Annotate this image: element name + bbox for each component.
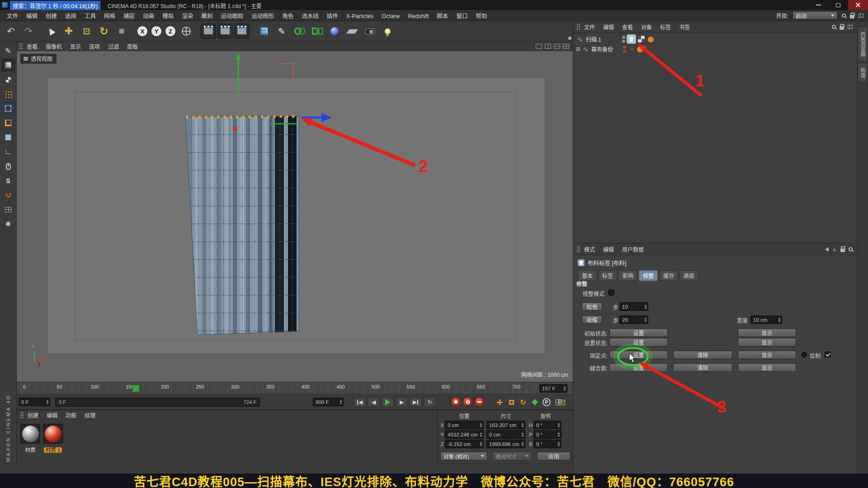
stepper-icon[interactable]: [520, 440, 525, 448]
menu-item[interactable]: 运动跟踪: [217, 13, 247, 19]
lock-y-axis-button[interactable]: Y: [150, 25, 163, 38]
om-menu-item[interactable]: 文件: [580, 24, 599, 31]
texture-mode-button[interactable]: [1, 73, 15, 86]
side-vertical-tab[interactable]: 内容浏览器: [858, 27, 868, 61]
layout-split-h-icon[interactable]: [554, 44, 560, 49]
material-menu-item[interactable]: 纹理: [80, 413, 99, 419]
om-menu-item[interactable]: 查看: [618, 24, 637, 31]
phong-tag[interactable]: [637, 35, 645, 43]
gizmo-z-arrowhead[interactable]: [321, 113, 332, 122]
gizmo-y-arrowhead[interactable]: [236, 53, 241, 60]
paint-radio[interactable]: [802, 352, 807, 357]
close-button[interactable]: [848, 0, 868, 10]
interface-dropdown[interactable]: 启动: [793, 11, 838, 19]
attribute-tab[interactable]: 修整: [639, 270, 658, 281]
rotation-field[interactable]: 0 °: [533, 421, 561, 429]
render-view-button[interactable]: [201, 23, 216, 39]
attribute-tab[interactable]: 影响: [618, 270, 637, 281]
range-end-field[interactable]: 900 F: [313, 398, 344, 406]
om-menu-item[interactable]: 书签: [675, 24, 694, 31]
am-menu-item[interactable]: 用户数据: [618, 247, 648, 253]
next-frame-button[interactable]: ▶: [396, 397, 408, 407]
snap-magnet-button[interactable]: [1, 189, 15, 202]
parent-icon[interactable]: [832, 248, 837, 251]
coordinate-mode-dropdown[interactable]: 对象 (相对): [440, 452, 487, 460]
maximize-button[interactable]: [828, 0, 848, 10]
cloth-tag[interactable]: [627, 35, 635, 43]
prev-frame-button[interactable]: ◀: [368, 397, 380, 407]
am-menu-item[interactable]: 模式: [580, 247, 599, 253]
scale-tool-button[interactable]: [78, 23, 94, 39]
dresser-mode-checkbox[interactable]: [609, 290, 614, 296]
rotation-field[interactable]: 0 °: [533, 440, 561, 448]
material-menu-item[interactable]: 创建: [24, 413, 42, 419]
material-menu-item[interactable]: 功能: [61, 413, 80, 419]
edges-mode-button[interactable]: [1, 117, 15, 129]
render-picture-viewer-button[interactable]: [217, 23, 233, 39]
subdivision-surface-button[interactable]: [291, 23, 307, 39]
menu-item[interactable]: 动画: [139, 13, 158, 19]
material-menu-item[interactable]: 编辑: [42, 413, 61, 419]
record-keyframe-button[interactable]: [451, 397, 461, 407]
keyframe-selection-button[interactable]: [475, 397, 484, 407]
init-set-button[interactable]: 设置: [609, 328, 668, 337]
expand-icon[interactable]: ⊞: [576, 46, 581, 52]
workplane-button[interactable]: [1, 203, 15, 216]
editor-visibility-dot[interactable]: [623, 46, 626, 49]
attribute-tab[interactable]: 缓存: [659, 270, 678, 281]
relax-steps-field[interactable]: 10: [619, 302, 648, 311]
menu-item[interactable]: Octane: [377, 13, 404, 19]
stepper-icon[interactable]: [556, 431, 561, 438]
viewport-menu-item[interactable]: 过滤: [104, 44, 123, 50]
editor-visibility-dot[interactable]: [622, 36, 625, 39]
position-field[interactable]: -0.152 cm: [445, 440, 484, 448]
om-menu-item[interactable]: 编辑: [599, 24, 618, 31]
menu-item[interactable]: 角色: [278, 13, 297, 19]
timeline-ruler[interactable]: 0501001502002503003504004505005506006507…: [17, 382, 573, 394]
menu-item[interactable]: 编辑: [22, 13, 42, 19]
menu-item[interactable]: 捕捉: [119, 13, 139, 19]
relax-button[interactable]: 松弛: [582, 302, 602, 311]
stepper-icon[interactable]: [478, 440, 483, 448]
menu-item[interactable]: 脚本: [433, 13, 452, 19]
fixed-set-button[interactable]: 设置: [609, 351, 668, 359]
seam-set-button[interactable]: 设置: [609, 363, 668, 372]
fixed-show-button[interactable]: 显示: [738, 351, 796, 359]
dress-set-button[interactable]: 设置: [609, 338, 668, 347]
menu-item[interactable]: 帮助: [472, 13, 491, 19]
render-visibility-dot[interactable]: [622, 40, 625, 43]
stepper-icon[interactable]: [478, 431, 483, 438]
menu-item[interactable]: 创建: [42, 13, 61, 19]
disabled-icon[interactable]: ✕: [630, 46, 634, 52]
am-menu-item[interactable]: 编辑: [599, 247, 618, 253]
stepper-icon[interactable]: [45, 398, 50, 406]
stepper-icon[interactable]: [556, 440, 561, 448]
key-parameter-toggle[interactable]: P: [542, 398, 551, 407]
key-rotation-toggle[interactable]: ↻: [519, 398, 528, 407]
section-header[interactable]: 修整: [576, 280, 587, 287]
add-cube-button[interactable]: [256, 23, 272, 39]
lock-icon[interactable]: [850, 15, 854, 19]
make-editable-button[interactable]: ✎: [1, 44, 15, 57]
floor-button[interactable]: [344, 23, 360, 39]
size-field[interactable]: 1999.696 cm: [486, 440, 525, 448]
viewport-menu-item[interactable]: 摄像机: [42, 44, 66, 50]
init-show-button[interactable]: 显示: [738, 328, 796, 337]
panel-grip-icon[interactable]: [19, 43, 21, 45]
lock-icon[interactable]: [840, 26, 844, 30]
lock-icon[interactable]: [840, 249, 845, 252]
coordinate-system-button[interactable]: [178, 23, 194, 39]
loop-button[interactable]: ↻: [424, 397, 436, 407]
position-field[interactable]: 0 cm: [445, 421, 484, 429]
position-field[interactable]: 4532.248 cm: [445, 430, 484, 439]
lock-x-axis-button[interactable]: X: [136, 25, 149, 38]
menu-item[interactable]: 工具: [80, 13, 100, 19]
layout-icon[interactable]: [859, 14, 863, 18]
viewport-menu-item[interactable]: 选项: [85, 44, 104, 50]
object-name[interactable]: 扫描.1: [586, 35, 612, 43]
timeline-options-button[interactable]: [557, 398, 566, 407]
visibility-toggles[interactable]: [623, 46, 626, 53]
key-position-toggle[interactable]: [495, 398, 504, 407]
width-field[interactable]: 10 cm: [750, 315, 782, 324]
stepper-icon[interactable]: [777, 316, 782, 324]
